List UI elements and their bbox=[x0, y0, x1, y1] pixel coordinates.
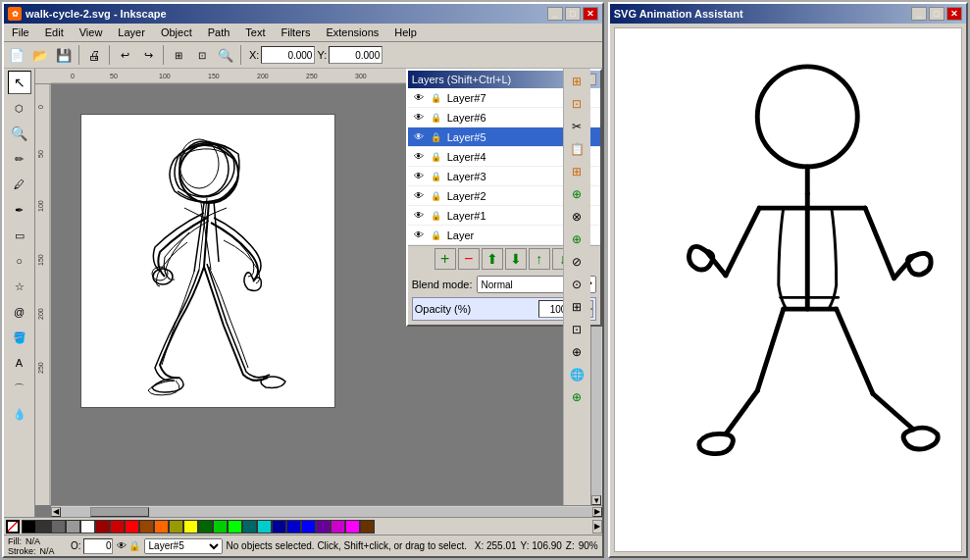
layer-base-lock-icon[interactable]: 🔒 bbox=[430, 229, 443, 242]
fill-tool-icon[interactable]: 🪣 bbox=[8, 326, 31, 349]
layer-up-button[interactable]: ⬆ bbox=[482, 248, 503, 270]
redo-icon[interactable]: ↪ bbox=[137, 44, 159, 66]
snap-icon-14[interactable]: 🌐 bbox=[566, 364, 587, 385]
dropper-tool-icon[interactable]: 💧 bbox=[8, 402, 31, 426]
layer-4-lock-icon[interactable]: 🔒 bbox=[430, 150, 443, 164]
snap-icon-3[interactable]: ✂ bbox=[566, 116, 587, 137]
menu-edit[interactable]: Edit bbox=[41, 25, 68, 39]
layer-4-eye-icon[interactable]: 👁 bbox=[412, 150, 426, 164]
layer-move-up-button[interactable]: ↑ bbox=[529, 248, 550, 270]
color-cyan[interactable] bbox=[257, 520, 272, 534]
connector-tool-icon[interactable]: ⌒ bbox=[8, 377, 31, 400]
color-purple[interactable] bbox=[316, 520, 331, 534]
menu-filters[interactable]: Filters bbox=[278, 25, 315, 39]
anim-close-button[interactable]: ✕ bbox=[946, 7, 962, 21]
text-tool-icon[interactable]: A bbox=[8, 351, 31, 375]
select-tool-icon[interactable]: ↖ bbox=[8, 71, 31, 94]
canvas-area[interactable]: 0 50 100 150 200 250 300 0 50 100 150 bbox=[35, 69, 602, 517]
scroll-left-button[interactable]: ◀ bbox=[51, 507, 61, 517]
color-black[interactable] bbox=[22, 520, 36, 534]
color-magenta[interactable] bbox=[331, 520, 345, 534]
color-gray[interactable] bbox=[51, 520, 66, 534]
zoom-page-icon[interactable]: ⊡ bbox=[191, 44, 213, 66]
snap-icon-6[interactable]: ⊕ bbox=[566, 183, 587, 205]
palette-scroll-right[interactable]: ▶ bbox=[592, 520, 602, 534]
color-brown[interactable] bbox=[360, 520, 375, 534]
layer-7-eye-icon[interactable]: 👁 bbox=[412, 91, 426, 105]
new-icon[interactable]: 📄 bbox=[6, 44, 27, 66]
layer-7-lock-icon[interactable]: 🔒 bbox=[430, 91, 443, 105]
color-orange[interactable] bbox=[154, 520, 169, 534]
menu-extensions[interactable]: Extensions bbox=[322, 25, 383, 39]
color-yellow-dark[interactable] bbox=[169, 520, 183, 534]
layer-visibility-icon[interactable]: 👁 bbox=[117, 540, 127, 551]
add-layer-button[interactable]: + bbox=[434, 248, 456, 270]
layer-5-lock-icon[interactable]: 🔒 bbox=[430, 130, 443, 144]
remove-layer-button[interactable]: − bbox=[458, 248, 480, 270]
layer-1-eye-icon[interactable]: 👁 bbox=[412, 209, 426, 223]
menu-file[interactable]: File bbox=[8, 25, 33, 39]
menu-path[interactable]: Path bbox=[204, 25, 234, 39]
pen-tool-icon[interactable]: 🖊 bbox=[8, 173, 31, 196]
zoom-fit-icon[interactable]: ⊞ bbox=[168, 44, 189, 66]
no-fill-chip[interactable] bbox=[6, 520, 20, 534]
layer-base-eye-icon[interactable]: 👁 bbox=[412, 229, 426, 242]
color-red-dark[interactable] bbox=[95, 520, 110, 534]
pencil-tool-icon[interactable]: ✏ bbox=[8, 147, 31, 171]
color-blue-bright[interactable] bbox=[301, 520, 316, 534]
layer-2-lock-icon[interactable]: 🔒 bbox=[430, 189, 443, 203]
scroll-right-button[interactable]: ▶ bbox=[592, 507, 602, 517]
color-teal[interactable] bbox=[242, 520, 257, 534]
save-icon[interactable]: 💾 bbox=[53, 44, 75, 66]
maximize-button[interactable]: □ bbox=[565, 7, 581, 21]
layer-5-eye-icon[interactable]: 👁 bbox=[412, 130, 426, 144]
anim-maximize-button[interactable]: □ bbox=[929, 7, 944, 21]
snap-icon-5[interactable]: ⊞ bbox=[566, 161, 587, 182]
x-input[interactable] bbox=[261, 46, 315, 64]
undo-icon[interactable]: ↩ bbox=[114, 44, 135, 66]
spiral-tool-icon[interactable]: @ bbox=[8, 300, 31, 324]
snap-icon-8[interactable]: ⊕ bbox=[566, 229, 587, 250]
menu-object[interactable]: Object bbox=[157, 25, 196, 39]
circle-tool-icon[interactable]: ○ bbox=[8, 249, 31, 273]
layer-1-lock-icon[interactable]: 🔒 bbox=[430, 209, 443, 223]
scrollbar-h-thumb[interactable] bbox=[90, 507, 149, 517]
zoom-tool-icon[interactable]: 🔍 bbox=[8, 122, 31, 145]
y-input[interactable] bbox=[329, 46, 383, 64]
close-button[interactable]: ✕ bbox=[583, 7, 598, 21]
layer-down-button[interactable]: ⬇ bbox=[505, 248, 527, 270]
print-icon[interactable]: 🖨 bbox=[83, 44, 105, 66]
menu-layer[interactable]: Layer bbox=[114, 25, 149, 39]
scrollbar-horizontal[interactable]: ◀ ▶ bbox=[51, 505, 602, 517]
snap-icon-11[interactable]: ⊞ bbox=[566, 296, 587, 318]
color-light-gray[interactable] bbox=[66, 520, 80, 534]
scrollbar-h-track[interactable] bbox=[61, 507, 592, 517]
snap-icon-9[interactable]: ⊘ bbox=[566, 251, 587, 273]
star-tool-icon[interactable]: ☆ bbox=[8, 275, 31, 298]
color-blue-dark[interactable] bbox=[272, 520, 286, 534]
color-green-bright[interactable] bbox=[228, 520, 242, 534]
color-pink[interactable] bbox=[345, 520, 360, 534]
layer-selector[interactable]: Layer#5 bbox=[144, 538, 223, 554]
zoom-in-icon[interactable]: 🔍 bbox=[215, 44, 236, 66]
snap-icon-13[interactable]: ⊕ bbox=[566, 341, 587, 363]
menu-help[interactable]: Help bbox=[390, 25, 421, 39]
layer-6-lock-icon[interactable]: 🔒 bbox=[430, 111, 443, 125]
minimize-button[interactable]: _ bbox=[547, 7, 563, 21]
color-blue[interactable] bbox=[286, 520, 301, 534]
scroll-down-button[interactable]: ▼ bbox=[591, 495, 601, 505]
color-red[interactable] bbox=[110, 520, 125, 534]
node-tool-icon[interactable]: ⬡ bbox=[8, 96, 31, 120]
layer-2-eye-icon[interactable]: 👁 bbox=[412, 189, 426, 203]
layer-lock-icon[interactable]: 🔒 bbox=[128, 540, 140, 551]
anim-minimize-button[interactable]: _ bbox=[911, 7, 927, 21]
opacity-status-input[interactable] bbox=[83, 538, 113, 554]
snap-icon-15[interactable]: ⊕ bbox=[566, 386, 587, 408]
snap-icon-7[interactable]: ⊗ bbox=[566, 206, 587, 228]
layer-6-eye-icon[interactable]: 👁 bbox=[412, 111, 426, 125]
snap-icon-2[interactable]: ⊡ bbox=[566, 93, 587, 115]
layer-3-eye-icon[interactable]: 👁 bbox=[412, 170, 426, 183]
snap-icon-1[interactable]: ⊞ bbox=[566, 71, 587, 92]
open-icon[interactable]: 📂 bbox=[29, 44, 51, 66]
menu-text[interactable]: Text bbox=[241, 25, 269, 39]
